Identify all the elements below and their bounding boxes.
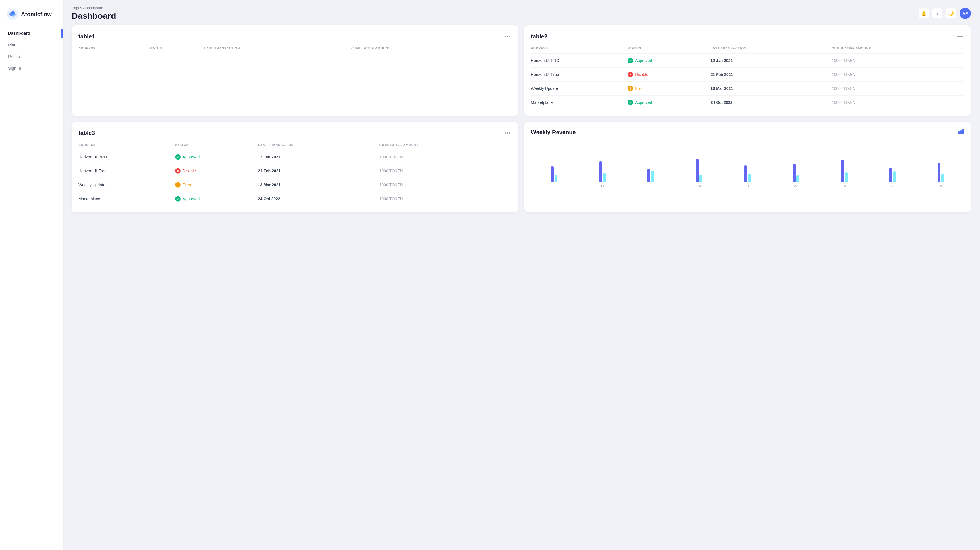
- table2-col-last-tx: LAST TRANSACTION: [711, 47, 832, 54]
- table-row: Weekly Update ! Error 13 Mar 2021 1000 T…: [531, 81, 964, 96]
- chart-label: 25: [939, 184, 943, 187]
- table2-menu-button[interactable]: •••: [956, 32, 964, 41]
- bar-group: [648, 169, 654, 182]
- sidebar-navigation: Dashboard Plan Profile Sign In: [0, 28, 62, 73]
- breadcrumb-sep: /: [83, 6, 85, 10]
- status-text: Error: [183, 183, 191, 187]
- table2-body: Horizon UI PRO ✓ Approved 12 Jan 2021 10…: [531, 54, 964, 110]
- cell-address: Marketplace: [78, 192, 175, 206]
- disable-icon: ✕: [628, 72, 633, 77]
- table1-body: [78, 53, 512, 105]
- chart-column: 17: [551, 166, 557, 187]
- chart-column: 23: [841, 160, 848, 187]
- cell-last-tx: 13 Mar 2021: [258, 178, 379, 192]
- sidebar-item-signin[interactable]: Sign In: [3, 63, 59, 73]
- cell-status: ! Error: [628, 81, 710, 96]
- svg-rect-2: [960, 130, 961, 134]
- chart-menu-button[interactable]: [958, 129, 964, 136]
- status-badge: ✓ Approved: [175, 154, 199, 160]
- cell-amount: 1000 TOKEN: [379, 150, 512, 164]
- cell-amount: 1000 TOKEN: [832, 96, 964, 110]
- status-badge: ✓ Approved: [628, 100, 652, 105]
- table3-col-status: STATUS: [175, 143, 258, 150]
- bar-purple: [938, 163, 940, 182]
- chart-column: 24: [889, 168, 896, 187]
- table-row: Marketplace ✓ Approved 24 Oct 2022 1000 …: [531, 96, 964, 110]
- cell-last-tx: 24 Oct 2022: [258, 192, 379, 206]
- bar-group: [599, 161, 606, 182]
- theme-toggle-button[interactable]: 🌙: [946, 8, 956, 19]
- logo-icon: [7, 8, 18, 20]
- approved-icon: ✓: [175, 154, 181, 160]
- chart-column: 21: [744, 165, 751, 187]
- cell-amount: 1000 TOKEN: [379, 178, 512, 192]
- cell-amount: 1000 TOKEN: [832, 68, 964, 81]
- sidebar-item-plan[interactable]: Plan: [3, 40, 59, 50]
- moon-icon: 🌙: [948, 11, 954, 16]
- bar-group: [696, 159, 702, 182]
- table1-col-last-tx: LAST TRANSACTION: [204, 47, 351, 53]
- sidebar-item-label: Sign In: [8, 66, 21, 70]
- cell-address: Horizon UI PRO: [78, 150, 175, 164]
- bar-purple: [551, 166, 554, 182]
- chart-column: 22: [793, 164, 799, 187]
- cell-last-tx: 13 Mar 2021: [711, 81, 832, 96]
- info-icon: i: [937, 11, 938, 16]
- sidebar: Atomicflow Dashboard Plan Profile Sign I…: [0, 0, 62, 550]
- status-text: Approved: [183, 196, 199, 201]
- bar-group: [938, 163, 944, 182]
- weekly-revenue-header: Weekly Revenue: [531, 129, 964, 136]
- table2-col-amount: CUMULATIVE AMOUNT: [832, 47, 964, 54]
- sidebar-item-profile[interactable]: Profile: [3, 51, 59, 62]
- breadcrumb: Pages / Dashboard: [72, 6, 116, 10]
- bar-cyan: [748, 174, 751, 182]
- status-badge: ✕ Disable: [628, 72, 648, 77]
- cell-last-tx: 12 Jan 2021: [711, 54, 832, 68]
- cell-address: Marketplace: [531, 96, 628, 110]
- chart-label: 19: [649, 184, 652, 187]
- status-text: Error: [635, 86, 644, 91]
- bar-purple: [599, 161, 602, 182]
- error-icon: !: [628, 86, 633, 91]
- info-button[interactable]: i: [932, 8, 942, 19]
- status-text: Approved: [183, 155, 199, 159]
- approved-icon: ✓: [628, 100, 633, 105]
- bar-group: [744, 165, 751, 182]
- breadcrumb-current: Dashboard: [85, 6, 103, 10]
- cell-status: ✓ Approved: [628, 96, 710, 110]
- table1-menu-button[interactable]: •••: [503, 32, 512, 41]
- cell-last-tx: 21 Feb 2021: [258, 164, 379, 178]
- sidebar-item-label: Profile: [8, 54, 20, 59]
- dots-icon: •••: [957, 33, 963, 40]
- bar-cyan: [893, 172, 896, 182]
- content-grid: table1 ••• ADDRESS STATUS LAST TRANSACTI…: [62, 25, 980, 222]
- status-badge: ✕ Disable: [175, 168, 196, 174]
- status-text: Approved: [635, 100, 652, 105]
- chart-column: 20: [696, 159, 702, 187]
- chart-label: 22: [794, 184, 797, 187]
- table3-menu-button[interactable]: •••: [503, 129, 512, 137]
- notification-button[interactable]: 🔔: [919, 8, 929, 19]
- table2-header: table2 •••: [531, 32, 964, 41]
- table3-header: table3 •••: [78, 129, 512, 137]
- table-row: Horizon UI Free ✕ Disable 21 Feb 2021 10…: [78, 164, 512, 178]
- bar-cyan: [796, 175, 799, 182]
- logo-text: Atomicflow: [21, 11, 52, 18]
- avatar-initials: AP: [963, 11, 968, 16]
- status-badge: ✓ Approved: [175, 196, 199, 202]
- table1-card: table1 ••• ADDRESS STATUS LAST TRANSACTI…: [72, 25, 519, 116]
- chart-column: 25: [938, 163, 944, 187]
- bar-cyan: [555, 175, 557, 182]
- avatar-button[interactable]: AP: [959, 8, 971, 19]
- chart-column: 18: [599, 161, 606, 187]
- bar-group: [793, 164, 799, 182]
- table3-body: Horizon UI PRO ✓ Approved 12 Jan 2021 10…: [78, 150, 512, 206]
- status-badge: ! Error: [628, 86, 644, 91]
- sidebar-item-dashboard[interactable]: Dashboard: [3, 28, 59, 38]
- status-text: Disable: [183, 169, 196, 173]
- table2-col-address: ADDRESS: [531, 47, 628, 54]
- weekly-revenue-chart: 17 18 19 20: [531, 142, 964, 187]
- weekly-revenue-title: Weekly Revenue: [531, 129, 576, 136]
- table2: ADDRESS STATUS LAST TRANSACTION CUMULATI…: [531, 47, 964, 109]
- table3-col-address: ADDRESS: [78, 143, 175, 150]
